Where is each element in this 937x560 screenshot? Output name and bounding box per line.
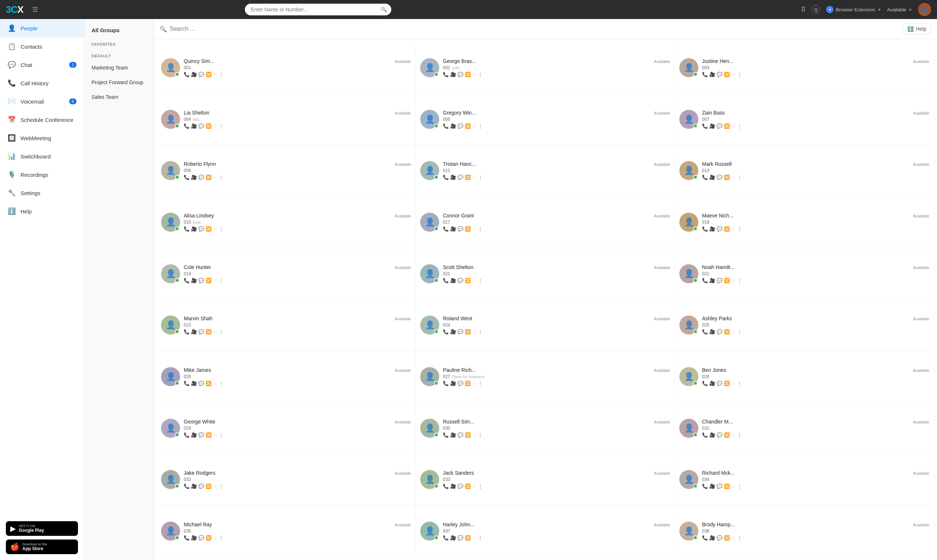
transfer-action-icon[interactable]: 🔀 — [206, 72, 212, 77]
chat-action-icon[interactable]: 💬 — [457, 432, 463, 438]
transfer-action-icon[interactable]: 🔀 — [465, 226, 471, 232]
video-action-icon[interactable]: 🎥 — [709, 329, 715, 335]
chat-action-icon[interactable]: 💬 — [717, 432, 723, 438]
video-action-icon[interactable]: 🎥 — [450, 483, 456, 489]
call-action-icon[interactable]: 📞 — [184, 72, 189, 77]
contact-card[interactable]: 👤 Justine Hen... Available 003 📞 🎥 💬 🔀 ☆… — [675, 42, 934, 94]
video-action-icon[interactable]: 🎥 — [450, 381, 456, 386]
contact-card[interactable]: 👤 Jack Sanders Available 033 📞 🎥 💬 🔀 ☆ ⋮ — [416, 454, 675, 506]
sidebar-item-webmeeting[interactable]: 🔲 WebMeeting — [0, 129, 84, 147]
call-action-icon[interactable]: 📞 — [184, 381, 189, 386]
chat-action-icon[interactable]: 💬 — [717, 381, 723, 386]
contact-card[interactable]: 👤 Marvin Shah Available 023 📞 🎥 💬 🔀 ☆ ⋮ — [157, 299, 416, 351]
video-action-icon[interactable]: 🎥 — [450, 175, 456, 180]
chat-action-icon[interactable]: 💬 — [717, 329, 723, 335]
call-action-icon[interactable]: 📞 — [184, 329, 189, 335]
transfer-action-icon[interactable]: 🔀 — [465, 483, 471, 489]
favorite-star-icon[interactable]: ☆ — [472, 175, 477, 180]
call-action-icon[interactable]: 📞 — [184, 483, 189, 489]
contact-card[interactable]: 👤 Mike James Available 026 📞 🎥 💬 🔀 ☆ ⋮ — [157, 351, 416, 403]
more-action-icon[interactable]: ⋮ — [737, 175, 742, 180]
user-avatar-top[interactable]: 👤 — [918, 3, 931, 16]
contact-card[interactable]: 👤 Michael Ray Available 036 📞 🎥 💬 🔀 ☆ ⋮ — [157, 505, 416, 557]
transfer-action-icon[interactable]: 🔀 — [206, 175, 212, 180]
more-action-icon[interactable]: ⋮ — [737, 535, 742, 541]
favorite-star-icon[interactable]: ☆ — [472, 432, 477, 438]
google-play-button[interactable]: ▶ GET IT ON Google Play — [6, 521, 78, 536]
contact-card[interactable]: 👤 Roland West Available 024 📞 🎥 💬 🔀 ☆ ⋮ — [416, 299, 675, 351]
call-action-icon[interactable]: 📞 — [443, 226, 449, 232]
sidebar-item-chat[interactable]: 💬 Chat 1 — [0, 55, 84, 74]
help-button[interactable]: ℹ️ Help — [903, 23, 931, 34]
transfer-action-icon[interactable]: 🔀 — [724, 226, 730, 232]
marketing-team-item[interactable]: Marketing Team — [84, 60, 153, 75]
transfer-action-icon[interactable]: 🔀 — [465, 278, 471, 283]
sidebar-item-settings[interactable]: 🔧 Settings — [0, 184, 84, 202]
video-action-icon[interactable]: 🎥 — [191, 483, 197, 489]
contact-card[interactable]: 👤 Gregory Win... Available 006 📞 🎥 💬 🔀 ☆… — [416, 94, 675, 145]
chat-action-icon[interactable]: 💬 — [717, 278, 723, 283]
topbar-search-input[interactable] — [245, 4, 391, 15]
more-action-icon[interactable]: ⋮ — [219, 381, 224, 386]
video-action-icon[interactable]: 🎥 — [450, 72, 456, 77]
more-action-icon[interactable]: ⋮ — [219, 123, 224, 129]
transfer-action-icon[interactable]: 🔀 — [465, 381, 471, 386]
video-action-icon[interactable]: 🎥 — [709, 381, 715, 386]
favorite-star-icon[interactable]: ☆ — [731, 535, 736, 541]
chat-action-icon[interactable]: 💬 — [457, 329, 463, 335]
chat-action-icon[interactable]: 💬 — [198, 381, 204, 386]
sidebar-item-switchboard[interactable]: 📊 Switchboard — [0, 147, 84, 165]
video-action-icon[interactable]: 🎥 — [709, 123, 715, 129]
contact-card[interactable]: 👤 Harley John... Available 037 📞 🎥 💬 🔀 ☆… — [416, 505, 675, 557]
transfer-action-icon[interactable]: 🔀 — [465, 123, 471, 129]
video-action-icon[interactable]: 🎥 — [709, 535, 715, 541]
video-action-icon[interactable]: 🎥 — [191, 123, 197, 129]
call-action-icon[interactable]: 📞 — [702, 72, 708, 77]
chat-action-icon[interactable]: 💬 — [198, 329, 204, 335]
call-action-icon[interactable]: 📞 — [443, 432, 449, 438]
call-action-icon[interactable]: 📞 — [184, 278, 189, 283]
favorite-star-icon[interactable]: ☆ — [213, 535, 217, 541]
more-action-icon[interactable]: ⋮ — [737, 278, 742, 283]
video-action-icon[interactable]: 🎥 — [191, 535, 197, 541]
favorite-star-icon[interactable]: ☆ — [731, 175, 736, 180]
more-action-icon[interactable]: ⋮ — [219, 72, 224, 77]
contacts-search-input[interactable] — [170, 26, 903, 32]
chat-action-icon[interactable]: 💬 — [717, 123, 723, 129]
video-action-icon[interactable]: 🎥 — [450, 535, 456, 541]
call-action-icon[interactable]: 📞 — [443, 535, 449, 541]
contact-card[interactable]: 👤 Chandler M... Available 031 📞 🎥 💬 🔀 ☆ … — [675, 403, 934, 454]
call-action-icon[interactable]: 📞 — [702, 483, 708, 489]
video-action-icon[interactable]: 🎥 — [709, 175, 715, 180]
availability-status[interactable]: Available ▼ — [887, 7, 912, 12]
video-action-icon[interactable]: 🎥 — [191, 432, 197, 438]
call-action-icon[interactable]: 📞 — [443, 381, 449, 386]
favorite-star-icon[interactable]: ☆ — [731, 72, 736, 77]
transfer-action-icon[interactable]: 🔀 — [465, 72, 471, 77]
app-store-button[interactable]: 🍎 Download on the App Store — [6, 540, 78, 554]
video-action-icon[interactable]: 🎥 — [191, 226, 197, 232]
chat-action-icon[interactable]: 💬 — [717, 483, 723, 489]
more-action-icon[interactable]: ⋮ — [478, 175, 483, 180]
more-action-icon[interactable]: ⋮ — [737, 329, 742, 335]
favorite-star-icon[interactable]: ☆ — [213, 278, 217, 283]
contact-card[interactable]: 👤 Brody Hamp... Available 038 📞 🎥 💬 🔀 ☆ … — [675, 505, 934, 557]
favorite-star-icon[interactable]: ☆ — [213, 226, 217, 232]
chat-action-icon[interactable]: 💬 — [717, 226, 723, 232]
more-action-icon[interactable]: ⋮ — [219, 278, 224, 283]
favorite-star-icon[interactable]: ☆ — [472, 381, 477, 386]
transfer-action-icon[interactable]: 🔀 — [206, 535, 212, 541]
video-action-icon[interactable]: 🎥 — [450, 432, 456, 438]
more-action-icon[interactable]: ⋮ — [219, 329, 224, 335]
more-action-icon[interactable]: ⋮ — [737, 381, 742, 386]
contact-card[interactable]: 👤 Jake Rodgers Available 032 📞 🎥 💬 🔀 ☆ ⋮ — [157, 454, 416, 506]
chat-action-icon[interactable]: 💬 — [457, 535, 463, 541]
call-action-icon[interactable]: 📞 — [443, 483, 449, 489]
favorite-star-icon[interactable]: ☆ — [472, 226, 477, 232]
more-action-icon[interactable]: ⋮ — [219, 535, 224, 541]
call-action-icon[interactable]: 📞 — [184, 123, 189, 129]
transfer-action-icon[interactable]: 🔀 — [724, 381, 730, 386]
contact-card[interactable]: 👤 Maeve Nich... Available 018 📞 🎥 💬 🔀 ☆ … — [675, 197, 934, 248]
contact-card[interactable]: 👤 Richard Mck... Available 034 📞 🎥 💬 🔀 ☆… — [675, 454, 934, 506]
transfer-action-icon[interactable]: 🔀 — [206, 123, 212, 129]
